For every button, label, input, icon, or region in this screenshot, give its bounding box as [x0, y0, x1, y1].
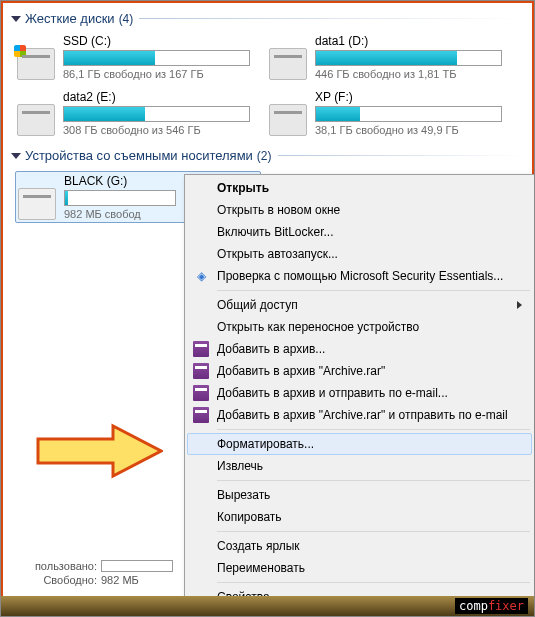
drive-status: 308 ГБ свободно из 546 ГБ: [63, 124, 257, 136]
menu-autoplay[interactable]: Открыть автозапуск...: [187, 243, 532, 265]
wm-b: fixer: [488, 599, 524, 613]
menu-label: Открыть в новом окне: [217, 203, 340, 217]
menu-label: Открыть автозапуск...: [217, 247, 338, 261]
drive-info: SSD (C:) 86,1 ГБ свободно из 167 ГБ: [63, 34, 257, 80]
callout-arrow: [33, 421, 163, 481]
usage-bar: [63, 106, 250, 122]
explorer-window: Жесткие диски (4) SSD (C:) 86,1 ГБ свобо…: [0, 0, 535, 617]
drive-label: XP (F:): [315, 90, 509, 104]
free-label: Свободно:: [9, 574, 97, 586]
menu-open-new-window[interactable]: Открыть в новом окне: [187, 199, 532, 221]
menu-label: Общий доступ: [217, 298, 298, 312]
usage-bar: [315, 50, 502, 66]
group-header-removable[interactable]: Устройства со съемными носителями (2): [11, 148, 524, 163]
menu-cut[interactable]: Вырезать: [187, 484, 532, 506]
drive-icon: [17, 48, 55, 80]
menu-rar-add[interactable]: Добавить в архив...: [187, 338, 532, 360]
menu-label: Открыть: [217, 181, 269, 195]
menu-label: Извлечь: [217, 459, 263, 473]
menu-label: Форматировать...: [217, 437, 314, 451]
drive-info: data1 (D:) 446 ГБ свободно из 1,81 ТБ: [315, 34, 509, 80]
drive-d[interactable]: data1 (D:) 446 ГБ свободно из 1,81 ТБ: [269, 34, 509, 80]
menu-separator: [217, 480, 530, 481]
menu-separator: [217, 290, 530, 291]
menu-mse-scan[interactable]: ◈Проверка с помощью Microsoft Security E…: [187, 265, 532, 287]
menu-separator: [217, 531, 530, 532]
free-value: 982 МБ: [101, 574, 139, 586]
collapse-icon: [11, 153, 21, 159]
details-pane: пользовано: Свободно: 982 МБ compfixer: [1, 546, 534, 616]
group-title: Устройства со съемными носителями: [25, 148, 253, 163]
hdd-list: SSD (C:) 86,1 ГБ свободно из 167 ГБ data…: [11, 32, 524, 144]
stat-used: пользовано:: [9, 560, 173, 572]
collapse-icon: [11, 16, 21, 22]
used-label: пользовано:: [9, 560, 97, 572]
submenu-arrow-icon: [517, 301, 522, 309]
menu-label: Включить BitLocker...: [217, 225, 334, 239]
drive-icon: [17, 104, 55, 136]
group-title: Жесткие диски: [25, 11, 115, 26]
menu-label: Добавить в архив "Archive.rar" и отправи…: [217, 408, 508, 422]
menu-eject[interactable]: Извлечь: [187, 455, 532, 477]
group-count: (2): [257, 149, 272, 163]
drive-f[interactable]: XP (F:) 38,1 ГБ свободно из 49,9 ГБ: [269, 90, 509, 136]
svg-marker-0: [38, 426, 161, 476]
menu-portable[interactable]: Открыть как переносное устройство: [187, 316, 532, 338]
winrar-icon: [193, 363, 209, 379]
drive-e[interactable]: data2 (E:) 308 ГБ свободно из 546 ГБ: [17, 90, 257, 136]
stat-free: Свободно: 982 МБ: [9, 574, 173, 586]
usage-bar: [63, 50, 250, 66]
menu-label: Добавить в архив...: [217, 342, 325, 356]
shield-icon: ◈: [193, 268, 209, 284]
drive-label: SSD (C:): [63, 34, 257, 48]
menu-rar-add-named[interactable]: Добавить в архив "Archive.rar": [187, 360, 532, 382]
winrar-icon: [193, 407, 209, 423]
usage-bar: [315, 106, 502, 122]
drive-c[interactable]: SSD (C:) 86,1 ГБ свободно из 167 ГБ: [17, 34, 257, 80]
menu-label: Добавить в архив и отправить по e-mail..…: [217, 386, 448, 400]
drive-stats: пользовано: Свободно: 982 МБ: [9, 558, 173, 588]
drive-status: 38,1 ГБ свободно из 49,9 ГБ: [315, 124, 509, 136]
menu-format[interactable]: Форматировать...: [187, 433, 532, 455]
drive-label: data1 (D:): [315, 34, 509, 48]
drive-status: 86,1 ГБ свободно из 167 ГБ: [63, 68, 257, 80]
menu-rar-named-email[interactable]: Добавить в архив "Archive.rar" и отправи…: [187, 404, 532, 426]
menu-bitlocker[interactable]: Включить BitLocker...: [187, 221, 532, 243]
menu-open[interactable]: Открыть: [187, 177, 532, 199]
menu-separator: [217, 429, 530, 430]
drive-status: 446 ГБ свободно из 1,81 ТБ: [315, 68, 509, 80]
menu-rar-email[interactable]: Добавить в архив и отправить по e-mail..…: [187, 382, 532, 404]
drive-info: data2 (E:) 308 ГБ свободно из 546 ГБ: [63, 90, 257, 136]
drive-label: data2 (E:): [63, 90, 257, 104]
usage-bar: [64, 190, 176, 206]
menu-label: Добавить в архив "Archive.rar": [217, 364, 385, 378]
divider: [139, 18, 524, 19]
winrar-icon: [193, 341, 209, 357]
drive-icon: [269, 48, 307, 80]
drive-icon: [18, 188, 56, 220]
watermark: compfixer: [455, 598, 528, 614]
menu-label: Открыть как переносное устройство: [217, 320, 419, 334]
group-header-hdd[interactable]: Жесткие диски (4): [11, 11, 524, 26]
menu-label: Копировать: [217, 510, 282, 524]
menu-label: Вырезать: [217, 488, 270, 502]
used-bar: [101, 560, 173, 572]
menu-copy[interactable]: Копировать: [187, 506, 532, 528]
winrar-icon: [193, 385, 209, 401]
divider: [278, 155, 524, 156]
drive-icon: [269, 104, 307, 136]
wm-a: comp: [459, 599, 488, 613]
menu-label: Проверка с помощью Microsoft Security Es…: [217, 269, 503, 283]
menu-share[interactable]: Общий доступ: [187, 294, 532, 316]
group-count: (4): [119, 12, 134, 26]
drive-info: XP (F:) 38,1 ГБ свободно из 49,9 ГБ: [315, 90, 509, 136]
